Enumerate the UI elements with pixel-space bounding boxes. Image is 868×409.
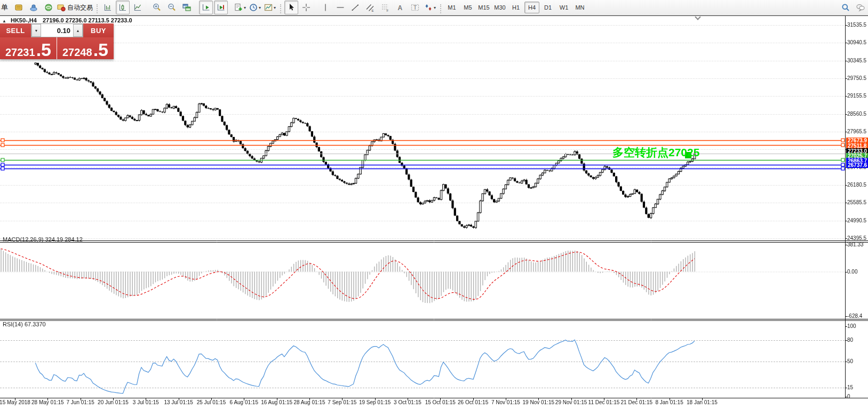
price-axis-label: 27965.5	[847, 129, 866, 134]
new-order-icon-dropdown[interactable]: ▾	[244, 5, 246, 10]
chart-shift-icon[interactable]	[214, 1, 228, 14]
timeframe-d1[interactable]: D1	[540, 2, 555, 13]
sell-price-main: 27231	[5, 47, 35, 58]
volume-increase-button[interactable]: ▲	[73, 24, 83, 37]
candlestick-icon[interactable]	[116, 1, 130, 14]
time-axis-label: 28 Aug 01:15	[293, 399, 325, 405]
time-axis-label: 29 Nov 01:15	[555, 399, 587, 405]
toolbar: 单 自动交易▾▾▾EFAT▾ M1M5M15M30H1H4D1W1MN	[0, 0, 868, 15]
time-axis-label: 7 Nov 01:15	[491, 399, 520, 405]
chat-icon[interactable]	[854, 1, 867, 14]
annotation-text[interactable]: 多空转折点27025	[612, 145, 699, 160]
history-center-icon[interactable]	[12, 1, 26, 14]
macd-name: MACD(12,26,9)	[3, 236, 43, 243]
tile-windows-icon[interactable]	[180, 1, 194, 14]
trade-panel-top-row: SELL ▼ 0.10 ▲ BUY	[0, 23, 114, 37]
toolbar-grip[interactable]	[440, 4, 441, 13]
autotrade-button[interactable]: 自动交易	[57, 1, 93, 14]
ohlc-values: 27196.0 27236.0 27113.5 27233.0	[43, 17, 132, 23]
period-icon-dropdown[interactable]: ▾	[259, 5, 261, 10]
price-axis-label: 29750.5	[847, 75, 866, 81]
price-axis-label: 26180.5	[847, 182, 866, 188]
rsi-value: 67.3370	[25, 321, 46, 327]
time-axis-label: 8 Jan 01:15	[655, 399, 683, 405]
rsi-axis-label: 80	[847, 337, 853, 343]
macd-axis-label: 0.00	[847, 269, 857, 275]
horizontal-line-icon[interactable]	[333, 1, 347, 14]
macd-axis-label: -628.4	[847, 313, 862, 319]
arrows-icon-dropdown[interactable]: ▾	[434, 5, 436, 10]
volume-input[interactable]: 0.10	[41, 24, 73, 37]
timeframe-m30[interactable]: M30	[492, 2, 507, 13]
panel-collapse-icon[interactable]: ▲	[2, 19, 6, 23]
sell-price[interactable]: 27231 .5	[0, 37, 57, 59]
time-axis-label: 16 Aug 01:15	[261, 399, 292, 405]
text-icon[interactable]: A	[393, 1, 407, 14]
line-chart-icon[interactable]	[131, 1, 145, 14]
template-icon[interactable]: ▾	[263, 1, 277, 14]
autotrade-button-label: 自动交易	[67, 3, 93, 12]
price-axis-label: 25585.5	[847, 199, 866, 205]
zoom-out-icon[interactable]	[165, 1, 179, 14]
scroll-to-end-marker[interactable]	[695, 15, 701, 20]
toolbar-grip[interactable]	[97, 4, 98, 13]
timeframe-m15[interactable]: M15	[476, 2, 491, 13]
volume-decrease-button[interactable]: ▼	[31, 24, 41, 37]
trendline-icon[interactable]	[348, 1, 362, 14]
orders-partial-label[interactable]: 单	[1, 3, 8, 12]
price-axis-label: 30345.5	[847, 58, 866, 63]
sell-button[interactable]: SELL	[0, 23, 31, 37]
timeframe-mn[interactable]: MN	[572, 2, 587, 13]
community-icon[interactable]	[42, 1, 55, 14]
arrows-icon[interactable]: ▾	[423, 1, 437, 14]
time-axis-label: 28 May 01:15	[31, 399, 64, 405]
rsi-axis-label: 100	[847, 323, 856, 329]
buy-price[interactable]: 27248 .5	[57, 37, 114, 59]
rsi-name: RSI(14)	[3, 321, 23, 327]
timeframe-h1[interactable]: H1	[508, 2, 523, 13]
price-axis-label: 28560.5	[847, 111, 866, 117]
bar-chart-icon[interactable]	[101, 1, 115, 14]
price-line-label: 26737.6	[846, 162, 868, 168]
timeframe-m1[interactable]: M1	[444, 2, 459, 13]
price-axis-label: 24990.5	[847, 218, 866, 223]
toolbar-grip[interactable]	[280, 4, 281, 13]
time-axis-label: 6 Aug 01:15	[230, 399, 258, 405]
chart-canvas[interactable]	[0, 0, 868, 409]
cloud-icon[interactable]	[27, 1, 41, 14]
zoom-in-icon[interactable]	[150, 1, 164, 14]
time-axis-label: 19 Sep 01:15	[359, 399, 391, 405]
time-axis-label: 26 Oct 01:15	[458, 399, 488, 405]
trade-panel-price-row: 27231 .5 27248 .5	[0, 37, 114, 59]
svg-text:F: F	[387, 9, 389, 12]
time-axis-label: 13 Jul 01:15	[164, 399, 193, 405]
timeframe-m5[interactable]: M5	[460, 2, 475, 13]
timeframe-h4[interactable]: H4	[524, 2, 539, 13]
time-axis-label: 7 Jun 01:15	[67, 399, 94, 405]
time-axis-label: 15 Oct 01:15	[425, 399, 456, 405]
vertical-line-icon[interactable]	[318, 1, 332, 14]
rsi-axis-label: 0	[847, 394, 850, 399]
search-icon[interactable]	[839, 1, 853, 14]
one-click-trading-panel: SELL ▼ 0.10 ▲ BUY 27231 .5 27248 .5	[0, 23, 114, 59]
auto-scroll-icon[interactable]	[199, 1, 213, 14]
macd-axis-label: 381.33	[847, 242, 864, 247]
macd-value: 324.19	[45, 236, 63, 243]
toolbar-buttons: 自动交易▾▾▾EFAT▾	[11, 1, 444, 14]
price-axis-label: 31535.5	[847, 22, 866, 28]
buy-price-main: 27248	[62, 47, 92, 58]
period-icon[interactable]: ▾	[248, 1, 262, 14]
fibonacci-icon[interactable]: F	[378, 1, 392, 14]
new-order-icon[interactable]: ▾	[233, 1, 247, 14]
crosshair-icon[interactable]	[299, 1, 313, 14]
time-axis-label: 3 Jul 01:15	[133, 399, 159, 405]
timeframe-w1[interactable]: W1	[556, 2, 571, 13]
macd-signal-value: 284.12	[65, 236, 83, 243]
cursor-icon[interactable]	[284, 1, 298, 14]
buy-button[interactable]: BUY	[83, 23, 114, 37]
channel-icon[interactable]: E	[363, 1, 377, 14]
template-icon-dropdown[interactable]: ▾	[274, 5, 276, 10]
symbol-period-label: HK50-,H4	[11, 17, 37, 23]
svg-text:E: E	[372, 9, 374, 12]
text-label-icon[interactable]: T	[408, 1, 422, 14]
